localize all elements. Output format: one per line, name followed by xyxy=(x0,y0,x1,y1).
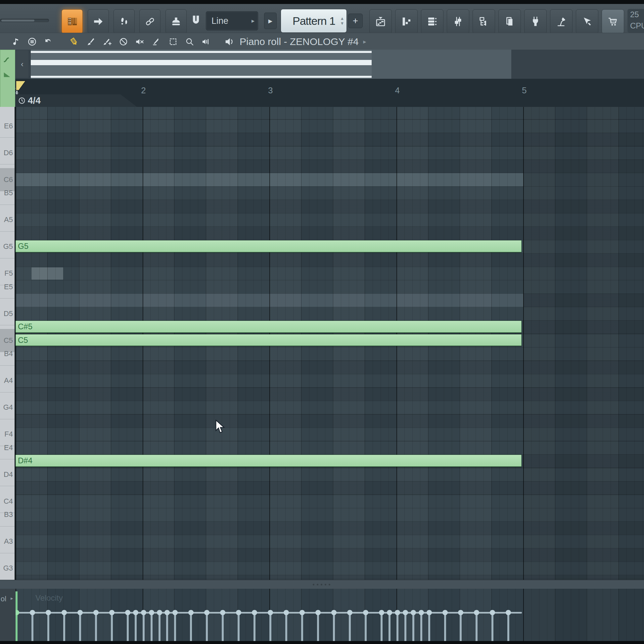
velocity-stem[interactable] xyxy=(396,613,398,641)
piano-key-B3[interactable]: B3 xyxy=(0,503,15,527)
window-browser-button[interactable] xyxy=(473,9,495,34)
note-C#5[interactable]: C#5 xyxy=(16,321,522,333)
velocity-stem[interactable] xyxy=(159,613,161,641)
velocity-stem[interactable] xyxy=(381,613,383,641)
piano-key-E5[interactable]: E5 xyxy=(0,275,15,299)
piano-key-E6[interactable]: E6 xyxy=(0,115,15,138)
brush-plus-tool-icon[interactable] xyxy=(101,33,114,50)
velocity-stem[interactable] xyxy=(285,613,287,641)
velocity-stem[interactable] xyxy=(166,613,168,641)
piano-key-G3[interactable]: G3 xyxy=(0,557,15,580)
slice-tool-icon[interactable] xyxy=(150,33,163,50)
pattern-selector[interactable]: Pattern 1 ▲▼ xyxy=(281,9,347,33)
velocity-stem[interactable] xyxy=(269,613,271,641)
piano-key-G5[interactable]: G5 xyxy=(0,235,15,258)
velocity-stem[interactable] xyxy=(143,613,145,641)
note-C5[interactable]: C5 xyxy=(16,334,522,346)
velocity-stem[interactable] xyxy=(206,613,208,641)
velocity-stem[interactable] xyxy=(301,613,303,641)
piano-key-E4[interactable]: E4 xyxy=(0,436,15,459)
arrow-right-button[interactable] xyxy=(88,9,109,34)
velocity-stem[interactable] xyxy=(460,613,462,641)
velocity-stem[interactable] xyxy=(491,613,493,641)
lamp-button[interactable] xyxy=(550,9,573,34)
velocity-lane[interactable]: Velocity xyxy=(16,589,644,641)
velocity-stem[interactable] xyxy=(333,613,335,641)
velocity-stem[interactable] xyxy=(404,613,406,641)
velocity-stem[interactable] xyxy=(79,613,81,641)
piano-key-D5[interactable]: D5 xyxy=(0,302,15,325)
delete-slash-tool-icon[interactable] xyxy=(117,33,130,50)
velocity-stem[interactable] xyxy=(428,613,430,641)
plugin-button[interactable] xyxy=(524,9,547,34)
velocity-stem[interactable] xyxy=(222,613,224,641)
window-steps-button[interactable] xyxy=(395,9,418,34)
velocity-stem[interactable] xyxy=(420,613,422,641)
triangle-tool-icon[interactable] xyxy=(3,69,13,79)
scroll-back-button[interactable]: ‹ xyxy=(16,50,28,78)
velocity-stem[interactable] xyxy=(127,613,129,641)
undo-tool-icon[interactable] xyxy=(42,33,55,50)
magnet-icon[interactable] xyxy=(189,11,203,31)
piano-key-A5[interactable]: A5 xyxy=(0,208,15,232)
piano-key-D6[interactable]: D6 xyxy=(0,141,15,164)
velocity-stem[interactable] xyxy=(111,613,113,641)
music-note-tool-icon[interactable] xyxy=(9,33,23,50)
note-D#4[interactable]: D#4 xyxy=(16,455,522,467)
piano-keyboard[interactable]: E6D6C6B5A5G5F5E5D5C5B4A4G4F4E4D4C4B3A3G3 xyxy=(0,107,15,580)
speaker-icon[interactable] xyxy=(224,36,235,47)
velocity-stem[interactable] xyxy=(190,613,192,641)
piano-key-B4[interactable]: B4 xyxy=(0,343,15,366)
select-tool-icon[interactable] xyxy=(166,33,180,50)
piano-key-A3[interactable]: A3 xyxy=(0,530,15,553)
piano-roll-title[interactable]: Piano roll - ZENOLOGY #4 xyxy=(240,36,359,47)
window-mixer-button[interactable] xyxy=(447,9,469,34)
velocity-stem[interactable] xyxy=(444,613,446,641)
stamp-button[interactable] xyxy=(165,9,187,34)
title-arrow-icon[interactable]: ▸ xyxy=(363,38,366,45)
velocity-stem[interactable] xyxy=(151,613,153,641)
zoom-tool-icon[interactable] xyxy=(183,33,196,50)
scrollbar-track[interactable] xyxy=(31,50,511,79)
piano-key-D4[interactable]: D4 xyxy=(0,463,15,486)
scrollbar-handle[interactable] xyxy=(31,50,372,79)
pattern-spinner[interactable]: ▲▼ xyxy=(338,9,346,32)
velocity-stem[interactable] xyxy=(253,613,255,641)
piano-key-G4[interactable]: G4 xyxy=(0,396,15,419)
velocity-stem[interactable] xyxy=(135,613,137,641)
preview-tool-icon[interactable] xyxy=(199,33,212,50)
touch-button[interactable] xyxy=(576,9,598,34)
brush-tool-icon[interactable] xyxy=(84,33,97,50)
pattern-nav-button[interactable]: ▶ xyxy=(264,13,277,29)
velocity-stem[interactable] xyxy=(365,613,367,641)
velocity-stem[interactable] xyxy=(507,613,509,641)
time-signature-tab[interactable]: 4/4 xyxy=(15,94,137,107)
velocity-stem[interactable] xyxy=(317,613,319,641)
control-lane-gutter[interactable]: ol ▸ xyxy=(0,589,16,641)
window-channel-rack-button[interactable] xyxy=(421,9,443,34)
piano-key-A4[interactable]: A4 xyxy=(0,369,15,392)
slide-tool-icon[interactable] xyxy=(3,55,13,65)
velocity-stem[interactable] xyxy=(95,613,97,641)
velocity-stem[interactable] xyxy=(31,613,33,641)
velocity-stem[interactable] xyxy=(412,613,414,641)
menu-tool-icon[interactable] xyxy=(25,33,39,50)
velocity-stem[interactable] xyxy=(238,613,240,641)
grid-window-button[interactable] xyxy=(62,9,83,34)
velocity-stem[interactable] xyxy=(476,613,478,641)
velocity-stem[interactable] xyxy=(174,613,176,641)
piano-key-B5[interactable]: B5 xyxy=(0,182,15,205)
shop-cart-button[interactable] xyxy=(602,9,624,34)
pencil-tool-icon[interactable] xyxy=(68,33,81,50)
note-grid[interactable]: G5C#5C5D#4 xyxy=(16,107,644,580)
note-G5[interactable]: G5 xyxy=(16,240,522,252)
timeline[interactable]: 12345 4/4 xyxy=(0,79,644,107)
snap-selector[interactable]: Line ▸ xyxy=(206,11,258,30)
mute-tool-icon[interactable] xyxy=(133,33,146,50)
velocity-stem-selected[interactable] xyxy=(16,591,18,641)
velocity-separator[interactable] xyxy=(0,580,644,589)
window-piano-roll-button[interactable] xyxy=(369,9,392,34)
velocity-stem[interactable] xyxy=(63,613,65,641)
link-button[interactable] xyxy=(139,9,161,34)
new-file-button[interactable] xyxy=(498,9,521,34)
